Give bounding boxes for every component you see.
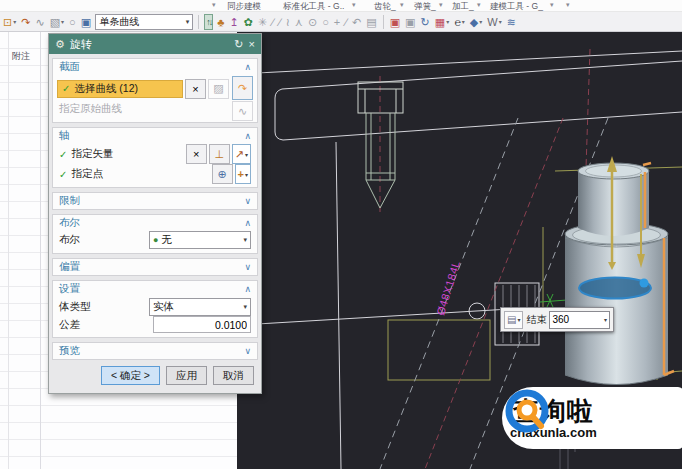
- layers-icon[interactable]: ▤: [365, 14, 377, 30]
- dialog-footer: < 确定 > 应用 取消: [52, 364, 258, 391]
- chaxunla-logo-icon: [502, 387, 554, 439]
- dropdown-caret-icon[interactable]: ▾: [212, 1, 216, 9]
- annotation-column-header: 附注: [12, 50, 30, 63]
- plus-icon[interactable]: +: [333, 14, 341, 30]
- slash-icon[interactable]: ∕: [271, 14, 275, 30]
- close-icon[interactable]: ×: [249, 38, 255, 50]
- onscreen-angle-input: ▤ ▾ 结束 ▾: [500, 307, 614, 332]
- curve-arrow-icon[interactable]: ↷: [20, 14, 31, 30]
- sphere-icon: ●: [153, 235, 158, 245]
- e-icon[interactable]: ℮▾: [453, 14, 466, 30]
- undo-curve-icon[interactable]: ↶: [351, 14, 362, 30]
- ok-button[interactable]: < 确定 >: [101, 366, 160, 385]
- gear-green-icon[interactable]: ✿: [243, 14, 254, 30]
- refresh-blue-icon[interactable]: ↻: [420, 14, 431, 30]
- dropdown-caret-icon[interactable]: ▾: [566, 1, 570, 9]
- original-spline-button[interactable]: ∿: [232, 101, 253, 121]
- axis-header[interactable]: 轴 ∧: [53, 128, 257, 144]
- dropdown-caret-icon: ▾: [243, 236, 247, 244]
- vector-icon: ↗: [235, 148, 244, 161]
- wave-icon[interactable]: ≋: [506, 14, 517, 30]
- reset-icon[interactable]: ↻: [234, 38, 243, 51]
- specify-point-label: 指定点: [71, 167, 103, 181]
- w-icon[interactable]: W▾: [486, 14, 502, 30]
- end-angle-label: 结束: [526, 313, 546, 327]
- angle-input[interactable]: [552, 314, 580, 325]
- point-type-dropdown[interactable]: + ▾: [235, 164, 251, 184]
- check-icon: ✓: [59, 149, 67, 160]
- settings-label: 设置: [59, 282, 80, 296]
- curve-select-button[interactable]: ↷: [232, 76, 253, 100]
- window-red-icon[interactable]: ▣: [389, 14, 401, 30]
- cube-blue-icon[interactable]: ◆▾: [469, 14, 483, 30]
- dropdown-caret-icon[interactable]: ▾: [352, 1, 356, 9]
- dropdown-caret-icon[interactable]: ▾: [550, 1, 554, 9]
- reverse-vector-button[interactable]: ×: [186, 144, 207, 164]
- circle-dot-icon[interactable]: ⊙: [307, 14, 318, 30]
- vector-type-dropdown[interactable]: ↗ ▾: [232, 144, 251, 164]
- expand-chevron-icon[interactable]: ∨: [244, 262, 251, 272]
- dashed-rect-icon[interactable]: ▧▾: [49, 14, 65, 30]
- arc-icon[interactable]: ≀: [285, 14, 291, 30]
- ellipse-icon[interactable]: ○: [68, 14, 77, 30]
- cancel-button[interactable]: 取消: [213, 366, 254, 385]
- spline-icon[interactable]: ∿: [34, 14, 45, 30]
- circle-icon[interactable]: ○: [321, 14, 330, 30]
- angle-value-field[interactable]: ▾: [549, 311, 610, 329]
- collapse-chevron-icon[interactable]: ∧: [244, 218, 251, 228]
- revolved-solid[interactable]: [565, 163, 668, 385]
- collapse-chevron-icon[interactable]: ∧: [244, 62, 251, 72]
- preview-label: 预览: [59, 344, 80, 358]
- boolean-header[interactable]: 布尔 ∧: [53, 215, 257, 231]
- box-icon[interactable]: ▣: [80, 14, 92, 30]
- section-group-boolean: 布尔 ∧ 布尔 ● 无 ▾: [52, 214, 258, 254]
- slash-icon[interactable]: ∕: [344, 14, 348, 30]
- tree-icon[interactable]: ♣: [216, 14, 225, 30]
- boolean-dropdown[interactable]: ● 无 ▾: [149, 231, 251, 249]
- dropdown-caret-icon[interactable]: ▾: [400, 1, 404, 9]
- expand-chevron-icon[interactable]: ∨: [244, 196, 251, 206]
- offset-header[interactable]: 偏置 ∨: [53, 259, 257, 275]
- specify-vector-label: 指定矢量: [71, 147, 113, 161]
- toolbar-separator: [383, 15, 384, 29]
- dropdown-caret-icon[interactable]: ▾: [604, 316, 607, 323]
- collapse-chevron-icon[interactable]: ∧: [244, 284, 251, 294]
- section-header[interactable]: 截面 ∧: [53, 59, 257, 75]
- stop-at-intersection-icon[interactable]: ↑↓: [204, 14, 213, 30]
- caret-curve-icon[interactable]: ⋏: [294, 14, 304, 30]
- swap-selection-button[interactable]: ×: [185, 79, 206, 99]
- dropdown-caret-icon[interactable]: ▾: [439, 1, 443, 9]
- select-curve-field[interactable]: ✓ 选择曲线 (12): [57, 80, 183, 98]
- vector-dialog-button[interactable]: ⊥: [209, 144, 230, 164]
- dropdown-caret-icon[interactable]: ▾: [477, 1, 481, 9]
- section-group-preview: 预览 ∨: [52, 342, 258, 360]
- slash-icon[interactable]: ∕: [278, 14, 282, 30]
- graphics-viewport[interactable]: Ø48X184L ▤ ▾ 结束 ▾ 查询啦 chaxunla.com: [237, 32, 682, 469]
- section-group-settings: 设置 ∧ 体类型 实体 ▾ 公差: [52, 280, 258, 338]
- curve-rule-combobox[interactable]: 单条曲线▾: [95, 14, 193, 30]
- axis-label: 轴: [59, 129, 70, 143]
- body-type-value: 实体: [153, 300, 174, 314]
- snap-marker: [540, 294, 567, 307]
- limit-option-dropdown[interactable]: ▤ ▾: [504, 311, 523, 329]
- point-dialog-button[interactable]: ⊕: [212, 164, 233, 184]
- section-group-offset: 偏置 ∨: [52, 258, 258, 276]
- expand-chevron-icon[interactable]: ∨: [244, 346, 251, 356]
- body-type-dropdown[interactable]: 实体 ▾: [149, 298, 251, 316]
- limits-header[interactable]: 限制 ∨: [53, 193, 257, 209]
- region-button[interactable]: ▨: [208, 79, 229, 99]
- vector-icon[interactable]: ↥: [228, 14, 239, 30]
- grid-red-icon[interactable]: ▦▾: [434, 14, 450, 30]
- settings-header[interactable]: 设置 ∧: [53, 281, 257, 297]
- asterisk-icon[interactable]: ✳: [257, 14, 268, 30]
- preview-header[interactable]: 预览 ∨: [53, 343, 257, 359]
- window-gray-icon[interactable]: ▣: [404, 14, 416, 30]
- sketch-section-icon[interactable]: ⊡▾: [2, 14, 17, 30]
- boolean-value: 无: [161, 233, 172, 247]
- limits-label: 限制: [59, 194, 80, 208]
- dialog-titlebar[interactable]: ⚙ 旋转 ↻ ×: [49, 34, 261, 54]
- tolerance-input[interactable]: [153, 316, 251, 333]
- collapse-chevron-icon[interactable]: ∧: [244, 131, 251, 141]
- rotation-handle[interactable]: [579, 278, 651, 299]
- apply-button[interactable]: 应用: [166, 366, 207, 385]
